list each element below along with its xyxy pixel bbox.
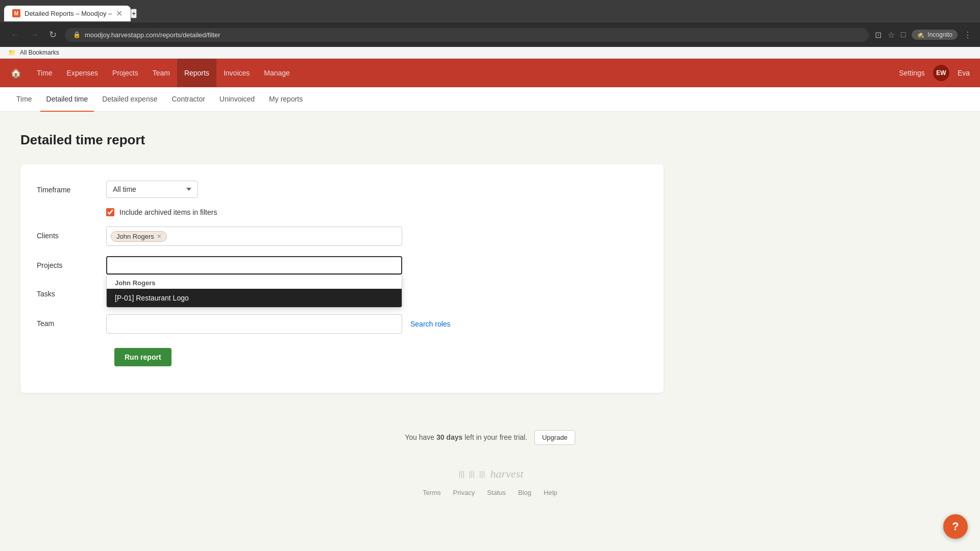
nav-avatar[interactable]: EW bbox=[933, 65, 949, 81]
incognito-badge: 🕵 Incognito bbox=[912, 30, 958, 40]
sub-nav-detailed-time[interactable]: Detailed time bbox=[40, 87, 94, 112]
bookmarks-all-label[interactable]: All Bookmarks bbox=[20, 49, 59, 56]
projects-label: Projects bbox=[37, 256, 98, 269]
address-text: moodjoy.harvestapp.com/reports/detailed/… bbox=[85, 31, 220, 39]
main-content: Detailed time report Timeframe All time … bbox=[0, 112, 980, 418]
upgrade-button[interactable]: Upgrade bbox=[534, 430, 575, 445]
address-input[interactable]: 🔒 moodjoy.harvestapp.com/reports/detaile… bbox=[65, 28, 869, 42]
sub-nav-my-reports[interactable]: My reports bbox=[263, 87, 309, 112]
app-nav: 🏠 Time Expenses Projects Team Reports In… bbox=[0, 59, 980, 87]
new-tab-button[interactable]: + bbox=[131, 9, 137, 18]
projects-input-wrapper: John Rogers [P-01] Restaurant Logo bbox=[106, 256, 402, 274]
trial-banner: You have 30 days left in your free trial… bbox=[0, 418, 980, 457]
bookmarks-icon: 📁 bbox=[8, 49, 16, 56]
client-tag-label: John Rogers bbox=[116, 233, 154, 240]
tab-close-button[interactable]: ✕ bbox=[116, 9, 122, 18]
browser-address-bar: ← → ↻ 🔒 moodjoy.harvestapp.com/reports/d… bbox=[0, 22, 980, 47]
projects-input[interactable] bbox=[106, 256, 402, 274]
tab-favicon: M bbox=[12, 9, 20, 17]
team-input-area: Search roles bbox=[106, 314, 451, 334]
cast-icon[interactable]: ⊡ bbox=[875, 30, 881, 40]
tasks-label: Tasks bbox=[37, 285, 98, 298]
tab-title: Detailed Reports – Moodjoy – bbox=[24, 10, 112, 17]
search-roles-link[interactable]: Search roles bbox=[410, 320, 451, 328]
browser-chrome: M Detailed Reports – Moodjoy – ✕ + ← → ↻… bbox=[0, 0, 980, 59]
back-button[interactable]: ← bbox=[8, 28, 21, 42]
client-tag-remove[interactable]: × bbox=[157, 233, 161, 240]
nav-item-team[interactable]: Team bbox=[145, 59, 177, 87]
timeframe-select[interactable]: All time This week Last week This month … bbox=[106, 181, 198, 198]
harvest-logo-text: harvest bbox=[491, 467, 524, 481]
sub-nav-uninvoiced[interactable]: Uninvoiced bbox=[213, 87, 261, 112]
menu-button[interactable]: ⋮ bbox=[964, 30, 972, 40]
bookmark-icon[interactable]: ☆ bbox=[888, 30, 895, 40]
harvest-logo-icon: ⫼⫼⫼ bbox=[457, 468, 487, 480]
timeframe-label: Timeframe bbox=[37, 181, 98, 194]
trial-days: 30 days bbox=[436, 433, 462, 441]
trial-suffix: left in your free trial. bbox=[464, 433, 527, 441]
clients-row: Clients John Rogers × bbox=[37, 227, 647, 246]
projects-dropdown: John Rogers [P-01] Restaurant Logo bbox=[106, 274, 402, 308]
sub-nav-contractor[interactable]: Contractor bbox=[165, 87, 211, 112]
footer-link-terms[interactable]: Terms bbox=[423, 489, 440, 496]
nav-item-manage[interactable]: Manage bbox=[257, 59, 297, 87]
nav-item-invoices[interactable]: Invoices bbox=[216, 59, 257, 87]
browser-tab-active[interactable]: M Detailed Reports – Moodjoy – ✕ bbox=[4, 6, 131, 21]
incognito-label: Incognito bbox=[927, 31, 952, 38]
sub-nav-detailed-expense[interactable]: Detailed expense bbox=[96, 87, 163, 112]
include-archived-checkbox[interactable] bbox=[106, 208, 114, 216]
dropdown-group-header: John Rogers bbox=[107, 275, 402, 289]
footer-links: Terms Privacy Status Blog Help bbox=[423, 489, 557, 496]
include-archived-label[interactable]: Include archived items in filters bbox=[119, 208, 217, 216]
nav-settings-link[interactable]: Settings bbox=[899, 69, 925, 77]
sub-nav: Time Detailed time Detailed expense Cont… bbox=[0, 87, 980, 112]
clients-input[interactable]: John Rogers × bbox=[106, 227, 402, 246]
client-tag-john-rogers: John Rogers × bbox=[111, 231, 167, 242]
nav-item-time[interactable]: Time bbox=[30, 59, 60, 87]
footer-link-help[interactable]: Help bbox=[544, 489, 557, 496]
dropdown-item-restaurant-logo[interactable]: [P-01] Restaurant Logo bbox=[107, 289, 402, 307]
nav-username[interactable]: Eva bbox=[958, 69, 970, 77]
browser-tab-bar: M Detailed Reports – Moodjoy – ✕ + bbox=[0, 0, 980, 22]
trial-text: You have bbox=[405, 433, 434, 441]
run-report-button[interactable]: Run report bbox=[114, 348, 172, 366]
page-title: Detailed time report bbox=[20, 132, 960, 148]
footer-link-blog[interactable]: Blog bbox=[518, 489, 531, 496]
extension-icon[interactable]: □ bbox=[901, 30, 906, 39]
nav-right: Settings EW Eva bbox=[899, 65, 970, 81]
include-archived-row: Include archived items in filters bbox=[106, 208, 647, 216]
incognito-icon: 🕵 bbox=[917, 31, 924, 38]
nav-home-icon[interactable]: 🏠 bbox=[10, 67, 21, 79]
nav-item-reports[interactable]: Reports bbox=[177, 59, 216, 87]
page-footer: ⫼⫼⫼ harvest Terms Privacy Status Blog He… bbox=[0, 457, 980, 507]
sub-nav-time[interactable]: Time bbox=[10, 87, 38, 112]
timeframe-row: Timeframe All time This week Last week T… bbox=[37, 181, 647, 198]
nav-item-projects[interactable]: Projects bbox=[105, 59, 145, 87]
lock-icon: 🔒 bbox=[73, 31, 81, 38]
team-row: Team Search roles bbox=[37, 314, 647, 334]
footer-link-privacy[interactable]: Privacy bbox=[453, 489, 475, 496]
nav-item-expenses[interactable]: Expenses bbox=[60, 59, 105, 87]
projects-row: Projects John Rogers [P-01] Restaurant L… bbox=[37, 256, 647, 274]
clients-label: Clients bbox=[37, 227, 98, 240]
team-member-input[interactable] bbox=[106, 314, 402, 334]
browser-actions: ⊡ ☆ □ 🕵 Incognito ⋮ bbox=[875, 30, 972, 40]
forward-button[interactable]: → bbox=[28, 28, 41, 42]
bookmarks-bar: 📁 All Bookmarks bbox=[0, 47, 980, 59]
run-report-row: Run report bbox=[37, 344, 647, 366]
footer-logo: ⫼⫼⫼ harvest bbox=[457, 467, 524, 481]
team-label: Team bbox=[37, 314, 98, 328]
refresh-button[interactable]: ↻ bbox=[47, 27, 59, 42]
footer-link-status[interactable]: Status bbox=[487, 489, 506, 496]
filter-card: Timeframe All time This week Last week T… bbox=[20, 164, 664, 393]
